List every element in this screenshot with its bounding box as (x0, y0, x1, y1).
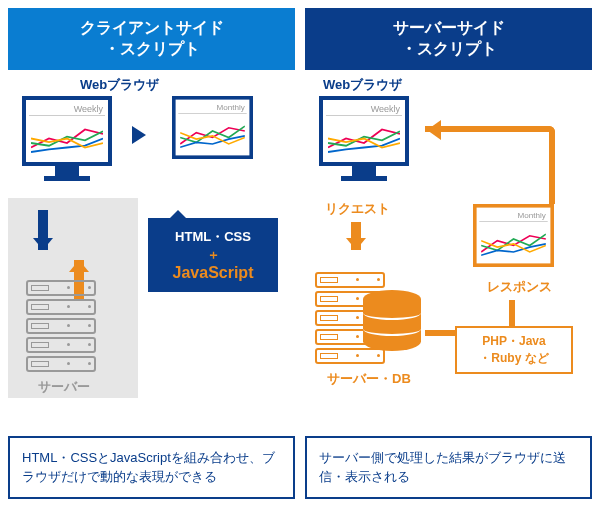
arrow-right-icon (132, 126, 155, 144)
screen-label-monthly: Monthly (479, 210, 547, 222)
callout-html-css: HTML・CSS (158, 228, 268, 246)
screen-label-weekly: Weekly (29, 103, 105, 116)
browser-monitor-weekly: Weekly (22, 96, 112, 181)
client-side-panel: クライアントサイド ・スクリプト Webブラウザ Weekly Monthly (8, 8, 295, 499)
flow-path-top (425, 126, 555, 204)
server-footer: サーバー側で処理した結果がブラウザに送信・表示される (305, 436, 592, 499)
response-label: レスポンス (487, 278, 552, 296)
client-header-line1: クライアントサイド (80, 19, 224, 36)
browser-monitor-weekly: Weekly (319, 96, 409, 181)
server-label: サーバー (38, 378, 90, 396)
tech-line2: ・Ruby など (465, 350, 563, 367)
arrow-down-icon (351, 222, 361, 250)
tech-line1: PHP・Java (465, 333, 563, 350)
callout-tail-icon (168, 200, 188, 220)
chart-icon (29, 116, 105, 161)
response-monitor: Monthly (473, 204, 554, 267)
chart-icon (178, 114, 246, 155)
browser-monitor-monthly: Monthly (172, 96, 253, 159)
server-content: Webブラウザ Weekly リクエスト Monthly レスポンス (305, 70, 592, 430)
tech-box: PHP・Java ・Ruby など (455, 326, 573, 374)
browser-label: Webブラウザ (80, 76, 159, 94)
server-icon (26, 280, 96, 375)
chart-icon (326, 116, 402, 161)
diagram-container: クライアントサイド ・スクリプト Webブラウザ Weekly Monthly (0, 0, 600, 507)
client-header-line2: ・スクリプト (104, 40, 200, 57)
client-content: Webブラウザ Weekly Monthly サーバー (8, 70, 295, 430)
arrow-left-icon (417, 120, 441, 140)
screen-label-weekly: Weekly (326, 103, 402, 116)
server-header: サーバーサイド ・スクリプト (305, 8, 592, 70)
browser-label: Webブラウザ (323, 76, 402, 94)
client-footer: HTML・CSSとJavaScriptを組み合わせ、ブラウザだけで動的な表現がで… (8, 436, 295, 499)
request-label: リクエスト (325, 200, 390, 218)
callout-plus: ＋ (158, 246, 268, 264)
tech-callout: HTML・CSS ＋ JavaScript (148, 218, 278, 292)
server-db-label: サーバー・DB (327, 370, 411, 388)
client-header: クライアントサイド ・スクリプト (8, 8, 295, 70)
callout-javascript: JavaScript (158, 264, 268, 282)
database-icon (363, 290, 421, 358)
arrow-down-icon (38, 210, 48, 250)
screen-label-monthly: Monthly (178, 102, 246, 114)
server-header-line1: サーバーサイド (393, 19, 505, 36)
chart-icon (479, 222, 547, 263)
server-side-panel: サーバーサイド ・スクリプト Webブラウザ Weekly リクエスト Mont… (305, 8, 592, 499)
server-header-line2: ・スクリプト (401, 40, 497, 57)
